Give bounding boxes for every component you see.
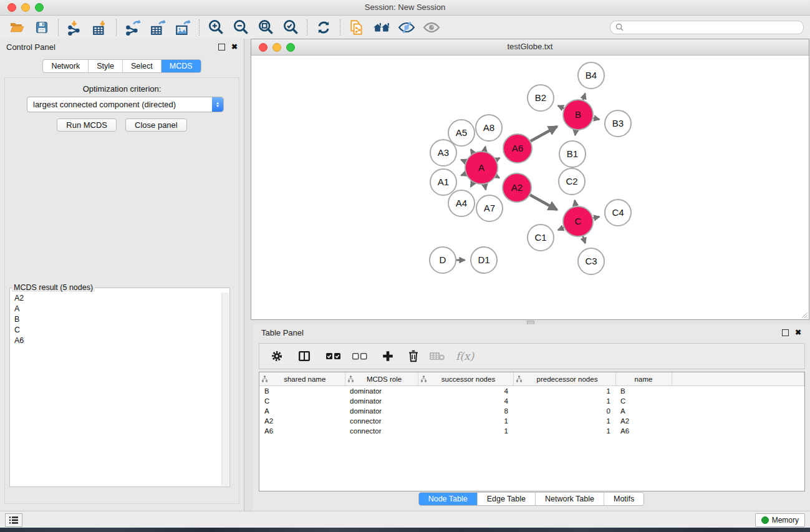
edge-B-B3[interactable] bbox=[593, 118, 599, 119]
edge-A-A4[interactable] bbox=[471, 183, 473, 187]
table-cell[interactable]: A2 bbox=[259, 416, 345, 426]
tab-edge-table[interactable]: Edge Table bbox=[478, 493, 536, 505]
node-C2[interactable]: C2 bbox=[559, 168, 585, 195]
table-cell[interactable]: dominator bbox=[345, 386, 418, 397]
edge-A-A8[interactable] bbox=[485, 147, 485, 152]
tab-network[interactable]: Network bbox=[43, 60, 89, 72]
edge-A-A1[interactable] bbox=[461, 174, 465, 176]
table-cell[interactable]: 1 bbox=[418, 426, 513, 436]
edge-B-B4[interactable] bbox=[583, 94, 585, 100]
delete-columns-button[interactable] bbox=[407, 349, 420, 363]
table-cell[interactable]: B bbox=[615, 386, 672, 397]
node-B4[interactable]: B4 bbox=[578, 62, 604, 89]
edge-A6-B[interactable] bbox=[531, 127, 557, 142]
node-C4[interactable]: C4 bbox=[605, 200, 631, 226]
node-A5[interactable]: A5 bbox=[448, 120, 475, 146]
edge-A-A3[interactable] bbox=[461, 160, 466, 162]
edge-C-C4[interactable] bbox=[593, 217, 599, 218]
delete-table-button[interactable] bbox=[430, 351, 446, 362]
result-list-scrollbar[interactable] bbox=[221, 293, 229, 486]
select-all-button[interactable] bbox=[325, 350, 342, 362]
result-list-item[interactable]: C bbox=[11, 325, 221, 336]
task-history-button[interactable] bbox=[5, 513, 22, 527]
refresh-button[interactable] bbox=[313, 17, 334, 37]
export-table-button[interactable] bbox=[147, 17, 168, 37]
column-header-predecessor-nodes[interactable]: predecessor nodes bbox=[513, 372, 615, 386]
table-cell[interactable]: connector bbox=[345, 426, 418, 436]
table-settings-button[interactable] bbox=[270, 349, 284, 363]
node-A[interactable]: A bbox=[465, 152, 498, 184]
criterion-select[interactable]: largest connected component (directed) ▲… bbox=[27, 97, 224, 112]
control-panel-float-button[interactable] bbox=[218, 44, 225, 51]
edge-C-C1[interactable] bbox=[558, 228, 564, 230]
table-cell[interactable]: 1 bbox=[418, 416, 513, 426]
export-image-button[interactable] bbox=[172, 17, 193, 37]
node-C[interactable]: C bbox=[563, 206, 593, 236]
control-panel-close-button[interactable]: ✖ bbox=[231, 43, 238, 51]
node-A7[interactable]: A7 bbox=[476, 195, 503, 221]
table-cell[interactable]: dominator bbox=[345, 396, 418, 406]
table-cell[interactable]: C bbox=[615, 396, 672, 406]
table-cell[interactable]: 1 bbox=[513, 426, 615, 436]
node-B1[interactable]: B1 bbox=[559, 141, 586, 167]
import-table-button[interactable] bbox=[89, 17, 110, 37]
result-list-item[interactable]: A6 bbox=[11, 336, 221, 346]
first-neighbors-button[interactable] bbox=[371, 17, 392, 37]
result-list-item[interactable]: A bbox=[11, 304, 221, 314]
table-cell[interactable]: dominator bbox=[345, 406, 418, 416]
edge-A2-C[interactable] bbox=[530, 195, 557, 210]
node-B3[interactable]: B3 bbox=[605, 110, 631, 137]
edge-A-A7[interactable] bbox=[485, 184, 486, 190]
node-A1[interactable]: A1 bbox=[430, 169, 456, 195]
show-columns-button[interactable] bbox=[297, 349, 312, 363]
search-input[interactable] bbox=[624, 22, 798, 32]
node-D1[interactable]: D1 bbox=[471, 247, 497, 273]
tab-motifs[interactable]: Motifs bbox=[604, 493, 644, 505]
zoom-fit-button[interactable] bbox=[255, 17, 276, 37]
new-network-from-selection-button[interactable] bbox=[346, 17, 367, 37]
create-column-button[interactable] bbox=[381, 349, 395, 363]
table-cell[interactable]: connector bbox=[345, 416, 418, 426]
show-all-button[interactable] bbox=[421, 17, 442, 37]
memory-button[interactable]: Memory bbox=[755, 513, 805, 527]
edge-C-C3[interactable] bbox=[583, 236, 586, 243]
export-network-button[interactable] bbox=[122, 17, 143, 37]
run-mcds-button[interactable]: Run MCDS bbox=[57, 118, 117, 132]
deselect-all-button[interactable] bbox=[352, 350, 368, 362]
column-header-MCDS-role[interactable]: MCDS role bbox=[345, 372, 418, 386]
tab-mcds[interactable]: MCDS bbox=[162, 60, 201, 72]
zoom-selected-button[interactable] bbox=[280, 17, 301, 37]
import-network-button[interactable] bbox=[64, 17, 85, 37]
edge-A-A2[interactable] bbox=[496, 176, 499, 178]
tab-node-table[interactable]: Node Table bbox=[419, 493, 478, 505]
node-B[interactable]: B bbox=[563, 100, 593, 130]
tab-style[interactable]: Style bbox=[89, 60, 123, 72]
edge-A-A5[interactable] bbox=[471, 149, 473, 153]
node-A4[interactable]: A4 bbox=[448, 190, 475, 216]
table-cell[interactable]: A bbox=[615, 406, 672, 416]
table-cell[interactable]: A2 bbox=[615, 416, 672, 426]
network-canvas[interactable]: AA1A2A3A4A5A6A7A8BB1B2B3B4CC1C2C3C4DD1 bbox=[251, 56, 809, 319]
node-C3[interactable]: C3 bbox=[578, 248, 604, 274]
search-field[interactable] bbox=[610, 21, 804, 34]
table-cell[interactable]: A6 bbox=[615, 426, 672, 436]
table-cell[interactable]: 8 bbox=[418, 406, 513, 416]
node-B2[interactable]: B2 bbox=[528, 85, 554, 111]
node-A2[interactable]: A2 bbox=[503, 173, 531, 202]
column-header-shared-name[interactable]: shared name bbox=[259, 372, 345, 386]
function-builder-button[interactable]: f(x) bbox=[456, 350, 474, 362]
result-list-item[interactable]: B bbox=[11, 314, 221, 325]
node-C1[interactable]: C1 bbox=[528, 225, 554, 251]
table-cell[interactable]: 4 bbox=[418, 396, 513, 406]
column-header-name[interactable]: name bbox=[615, 372, 672, 386]
zoom-in-button[interactable] bbox=[205, 17, 226, 37]
close-panel-button[interactable]: Close panel bbox=[125, 118, 187, 132]
table-cell[interactable]: A6 bbox=[259, 426, 345, 436]
table-cell[interactable]: 4 bbox=[418, 386, 513, 397]
table-panel-float-button[interactable] bbox=[782, 329, 789, 336]
window-resize-grip[interactable] bbox=[801, 311, 808, 319]
edge-C-C2[interactable] bbox=[575, 200, 576, 206]
tab-network-table[interactable]: Network Table bbox=[536, 493, 604, 505]
result-list-item[interactable]: A2 bbox=[11, 293, 221, 304]
table-cell[interactable]: 1 bbox=[513, 386, 615, 397]
